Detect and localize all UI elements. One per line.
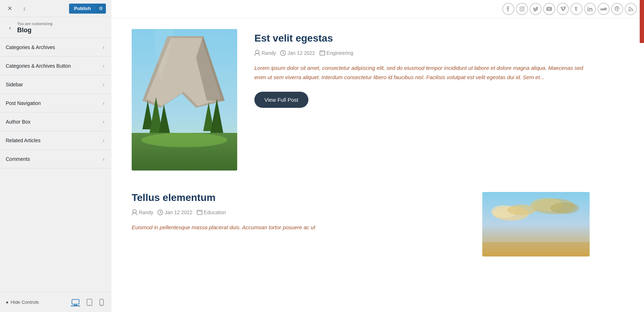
- svg-rect-11: [587, 8, 589, 11]
- sort-icon: ↕: [23, 6, 26, 11]
- chevron-right-icon: ›: [103, 82, 104, 87]
- author-icon-2: [132, 209, 137, 216]
- menu-items-list: Categories & Archives › Categories & Arc…: [0, 38, 110, 292]
- publish-button[interactable]: Publish: [69, 4, 96, 14]
- svg-point-24: [141, 133, 227, 147]
- orange-accent-bar: [640, 0, 644, 43]
- svg-line-35: [160, 212, 161, 213]
- category-name-2: Education: [204, 210, 226, 215]
- social-icon-pinterest[interactable]: [611, 3, 623, 15]
- chevron-right-icon: ›: [103, 63, 104, 69]
- post-meta-1: Randy Jan 12 2022: [254, 50, 590, 56]
- sidebar-item-label: Sidebar: [6, 82, 23, 87]
- svg-point-44: [550, 202, 579, 214]
- sidebar-item-label: Post Navigation: [6, 100, 41, 106]
- post-card-2: Tellus elementum Randy: [132, 192, 590, 256]
- chevron-right-icon: ›: [103, 156, 104, 162]
- customizing-section: ‹ You are customizing Blog: [0, 17, 110, 38]
- main-content: Est velit egestas Randy: [110, 0, 644, 312]
- post-excerpt-1: Lorem ipsum dolor sit amet, consectetur …: [254, 63, 590, 82]
- category-icon-2: [197, 210, 203, 215]
- svg-rect-45: [482, 242, 590, 256]
- author-meta-2: Randy: [132, 209, 153, 216]
- svg-rect-36: [197, 210, 202, 215]
- post-title-2: Tellus elementum: [132, 192, 461, 203]
- social-icon-facebook[interactable]: [502, 3, 514, 15]
- view-full-post-button-1[interactable]: View Full Post: [254, 92, 308, 108]
- chevron-right-icon: ›: [103, 119, 104, 125]
- sidebar-item-categories-archives[interactable]: Categories & Archives ›: [0, 38, 110, 57]
- svg-rect-30: [320, 51, 325, 55]
- clock-icon-2: [157, 210, 163, 215]
- sidebar-item-author-box[interactable]: Author Box ›: [0, 112, 110, 131]
- sidebar-item-label: Author Box: [6, 119, 30, 125]
- author-name: Randy: [262, 50, 276, 56]
- posts-area: Est velit egestas Randy: [110, 18, 611, 282]
- blog-title: Blog: [17, 27, 53, 34]
- sidebar-item-label: Categories & Archives Button: [6, 63, 71, 69]
- tablet-icon: [87, 299, 92, 306]
- post-date-2: Jan 12 2022: [165, 210, 192, 215]
- tablet-view-button[interactable]: [86, 298, 93, 307]
- svg-point-12: [587, 6, 589, 8]
- publish-group: Publish ⚙: [69, 4, 106, 14]
- view-icons-group: [71, 298, 104, 307]
- social-icon-linkedin[interactable]: [584, 3, 596, 15]
- sidebar-item-comments[interactable]: Comments ›: [0, 150, 110, 168]
- category-name: Engineering: [327, 50, 353, 56]
- social-icon-rss[interactable]: [625, 3, 637, 15]
- category-meta-2: Education: [197, 210, 226, 215]
- svg-point-9: [521, 8, 523, 10]
- social-icon-twitter[interactable]: [530, 3, 542, 15]
- clock-icon: [280, 50, 286, 56]
- date-meta-2: Jan 12 2022: [157, 210, 192, 215]
- category-icon: [319, 51, 325, 56]
- post-content-2: Tellus elementum Randy: [132, 192, 461, 242]
- svg-point-10: [523, 7, 524, 8]
- post-image-1: [132, 29, 237, 171]
- eye-icon: ●: [6, 299, 9, 305]
- svg-point-5: [89, 304, 90, 305]
- category-meta: Engineering: [319, 50, 353, 56]
- post-excerpt-2: Euismod in pellentesque massa placerat d…: [132, 223, 461, 232]
- author-name-2: Randy: [139, 210, 153, 215]
- social-icon-vimeo[interactable]: [557, 3, 569, 15]
- author-meta: Randy: [254, 50, 276, 56]
- social-icon-youtube[interactable]: [543, 3, 555, 15]
- social-icon-tumblr[interactable]: [570, 3, 582, 15]
- close-button[interactable]: ✕: [4, 3, 15, 14]
- date-meta: Jan 12 2022: [280, 50, 315, 56]
- close-icon: ✕: [8, 5, 12, 12]
- sidebar-item-sidebar[interactable]: Sidebar ›: [0, 75, 110, 94]
- post-meta-2: Randy Jan 12 2022: [132, 209, 461, 216]
- hide-controls-button[interactable]: ● Hide Controls: [6, 299, 39, 305]
- social-icon-instagram[interactable]: [516, 3, 528, 15]
- post-date: Jan 12 2022: [287, 50, 315, 56]
- chevron-right-icon: ›: [103, 138, 104, 143]
- desktop-view-button[interactable]: [71, 298, 80, 306]
- post-title-1: Est velit egestas: [254, 33, 590, 44]
- social-icon-soundcloud[interactable]: [597, 3, 610, 15]
- sidebar-item-label: Comments: [6, 156, 30, 162]
- sort-button[interactable]: ↕: [18, 3, 31, 14]
- mobile-view-button[interactable]: [99, 298, 104, 307]
- mobile-icon: [99, 299, 104, 306]
- sidebar-item-label: Categories & Archives: [6, 44, 55, 50]
- sidebar-item-categories-archives-button[interactable]: Categories & Archives Button ›: [0, 57, 110, 75]
- sidebar-topbar: ✕ ↕ Publish ⚙: [0, 0, 110, 17]
- sidebar-item-related-articles[interactable]: Related Articles ›: [0, 131, 110, 150]
- social-bar: [110, 0, 644, 18]
- chevron-right-icon: ›: [103, 100, 104, 106]
- svg-rect-0: [72, 299, 79, 304]
- desktop-icon: [72, 299, 79, 306]
- sky-image-container: [482, 192, 590, 256]
- svg-line-29: [283, 53, 284, 54]
- chevron-right-icon: ›: [103, 44, 104, 50]
- hide-controls-label: Hide Controls: [11, 299, 39, 305]
- sidebar-item-label: Related Articles: [6, 138, 40, 143]
- sidebar-item-post-navigation[interactable]: Post Navigation ›: [0, 94, 110, 112]
- gear-button[interactable]: ⚙: [96, 4, 106, 14]
- back-button[interactable]: ‹: [6, 24, 14, 32]
- svg-point-7: [101, 304, 102, 305]
- customizing-label: You are customizing: [17, 21, 53, 26]
